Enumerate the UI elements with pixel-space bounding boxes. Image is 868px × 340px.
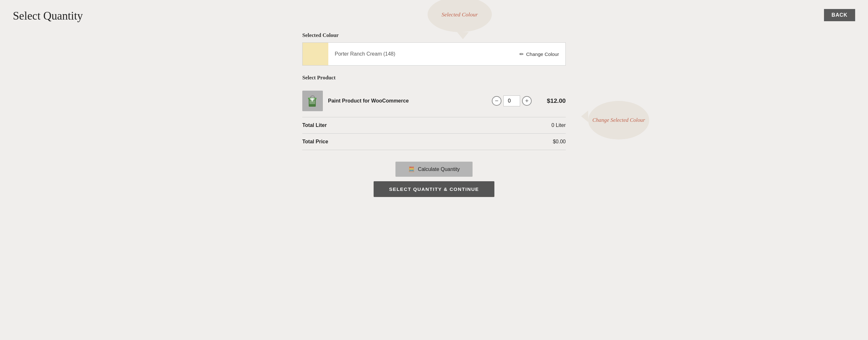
- quantity-input[interactable]: [503, 95, 520, 106]
- colour-row: Porter Ranch Cream (148) ✏ Change Colour: [302, 42, 566, 66]
- total-liter-value: 0 Liter: [552, 122, 566, 128]
- total-liter-row: Total Liter 0 Liter: [302, 117, 566, 134]
- select-quantity-continue-button[interactable]: SELECT QUANTITY & CONTINUE: [374, 181, 494, 197]
- tooltip-selected-colour: Selected Colour: [428, 0, 492, 32]
- colour-swatch: [303, 43, 328, 65]
- change-colour-label: Change Colour: [526, 52, 559, 57]
- quantity-controls: − +: [492, 95, 532, 106]
- select-product-section: Select Product Paint Produc: [302, 74, 566, 150]
- pencil-icon: ✏: [520, 51, 524, 57]
- total-price-value: $0.00: [553, 139, 566, 145]
- back-button[interactable]: BACK: [824, 9, 855, 21]
- colour-name: Porter Ranch Cream (148): [328, 51, 520, 57]
- select-product-label: Select Product: [302, 74, 566, 81]
- minus-button[interactable]: −: [492, 96, 501, 106]
- calculator-icon: 🧮: [408, 166, 415, 172]
- tooltip-change-selected: Change Selected Colour: [588, 101, 649, 140]
- buttons-section: 🧮 Calculate Quantity SELECT QUANTITY & C…: [302, 162, 566, 197]
- paint-can-svg: [306, 94, 320, 108]
- total-price-row: Total Price $0.00: [302, 134, 566, 150]
- product-name: Paint Product for WooCommerce: [328, 98, 487, 104]
- svg-rect-3: [309, 100, 315, 104]
- calculate-quantity-button[interactable]: 🧮 Calculate Quantity: [396, 162, 473, 177]
- product-price: $12.00: [537, 97, 566, 104]
- tooltip-selected-colour-text: Selected Colour: [442, 11, 478, 18]
- selected-colour-section: Selected Colour Selected Colour Porter R…: [302, 32, 566, 66]
- change-colour-button[interactable]: ✏ Change Colour: [520, 51, 565, 57]
- calculate-label: Calculate Quantity: [418, 166, 460, 172]
- product-row: Paint Product for WooCommerce − + $12.00…: [302, 85, 566, 117]
- total-price-label: Total Price: [302, 139, 328, 145]
- product-icon: [302, 91, 323, 111]
- plus-button[interactable]: +: [522, 96, 532, 106]
- tooltip-change-selected-text: Change Selected Colour: [592, 116, 645, 124]
- selected-colour-label: Selected Colour: [302, 32, 566, 38]
- total-liter-label: Total Liter: [302, 122, 327, 128]
